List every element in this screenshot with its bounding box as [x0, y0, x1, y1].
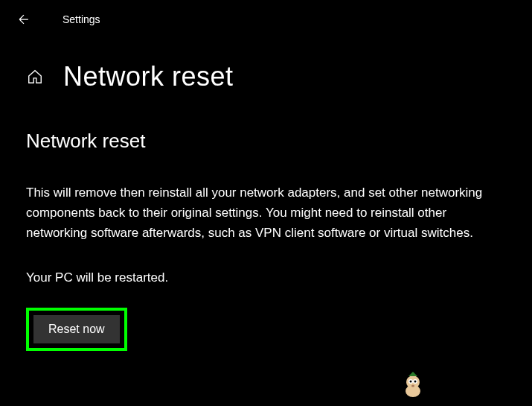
home-icon[interactable]: [26, 68, 44, 86]
restart-note: Your PC will be restarted.: [26, 270, 506, 285]
svg-point-4: [410, 381, 412, 383]
page-title: Network reset: [63, 61, 234, 92]
mascot-image: [398, 369, 428, 399]
title-row: Network reset: [0, 39, 532, 100]
section-heading: Network reset: [26, 130, 506, 153]
highlight-annotation: Reset now: [26, 308, 127, 351]
window-label: Settings: [63, 13, 100, 25]
content-area: Network reset This will remove then rein…: [0, 100, 532, 351]
reset-now-button[interactable]: Reset now: [33, 315, 120, 343]
svg-point-6: [411, 385, 414, 387]
back-arrow-icon: [16, 12, 31, 27]
description-text: This will remove then reinstall all your…: [26, 183, 502, 244]
svg-point-5: [414, 381, 417, 383]
back-button[interactable]: [15, 10, 33, 28]
home-icon-svg: [27, 69, 43, 85]
header-bar: Settings: [0, 0, 532, 39]
